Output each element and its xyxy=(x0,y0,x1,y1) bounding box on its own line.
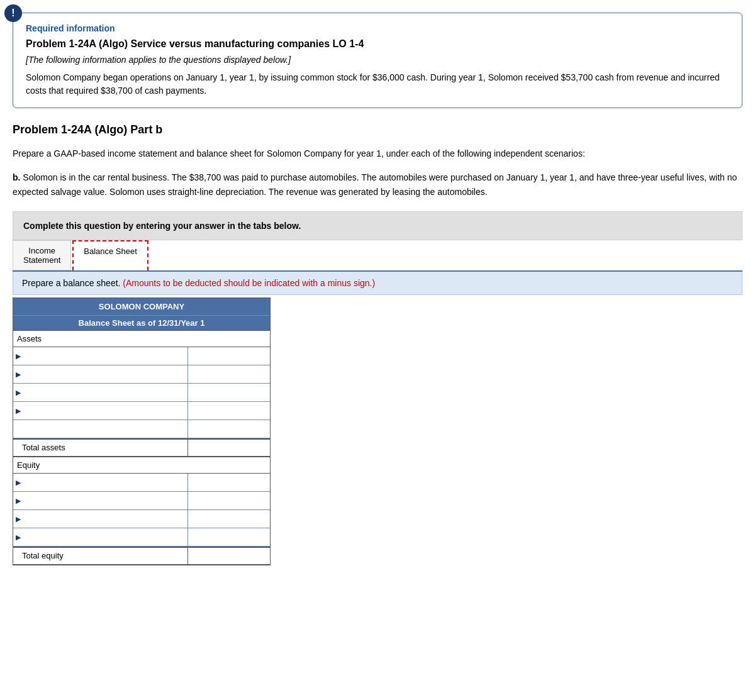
row-arrow-icon: ▶ xyxy=(16,497,21,505)
table-row: ▶ xyxy=(13,474,270,492)
total-assets-label: Total assets xyxy=(13,440,188,456)
equity-label-input-4[interactable] xyxy=(22,530,185,544)
asset-label-input-4[interactable] xyxy=(22,404,185,418)
asset-label-input-3[interactable] xyxy=(22,386,185,399)
row-arrow-icon: ▶ xyxy=(16,389,21,397)
asset-value-input-3[interactable] xyxy=(191,386,267,399)
row-arrow-icon: ▶ xyxy=(16,533,21,542)
table-row: ▶ xyxy=(13,402,270,420)
tab-income-statement[interactable]: IncomeStatement xyxy=(13,240,71,270)
alert-container: ! Required information Problem 1-24A (Al… xyxy=(13,13,742,108)
row-arrow-icon: ▶ xyxy=(16,352,21,360)
asset-label-input-1[interactable] xyxy=(22,349,185,363)
equity-value-input-4[interactable] xyxy=(191,530,267,544)
scenario-b-label: b. xyxy=(13,172,20,182)
asset-value-input-2[interactable] xyxy=(191,367,267,381)
balance-sheet-table: SOLOMON COMPANY Balance Sheet as of 12/3… xyxy=(13,297,271,565)
table-row: ▶ xyxy=(13,528,270,547)
problem-instructions: Prepare a GAAP-based income statement an… xyxy=(13,147,742,160)
table-row: ▶ xyxy=(13,384,270,402)
problem-subtitle-italic: [The following information applies to th… xyxy=(26,55,729,65)
equity-value-input-1[interactable] xyxy=(191,475,267,489)
total-assets-row: Total assets xyxy=(13,438,270,457)
complete-question-box: Complete this question by entering your … xyxy=(13,211,742,240)
instruction-bar: Prepare a balance sheet. (Amounts to be … xyxy=(13,272,742,295)
tabs-row: IncomeStatement Balance Sheet xyxy=(13,240,742,272)
equity-label-input-3[interactable] xyxy=(22,512,185,526)
asset-value-input-5[interactable] xyxy=(191,422,267,436)
table-row: ▶ xyxy=(13,492,270,510)
problem-part-title: Problem 1-24A (Algo) Part b xyxy=(13,123,742,136)
total-assets-input[interactable] xyxy=(191,441,267,455)
table-row: ▶ xyxy=(13,365,270,384)
table-row xyxy=(13,420,270,438)
scenario-b-text: b. Solomon is in the car rental business… xyxy=(13,170,742,199)
asset-value-input-1[interactable] xyxy=(191,349,267,363)
tab-balance-sheet[interactable]: Balance Sheet xyxy=(72,240,148,270)
row-arrow-icon: ▶ xyxy=(16,407,21,415)
total-equity-label: Total equity xyxy=(13,548,188,564)
bs-subtitle: Balance Sheet as of 12/31/Year 1 xyxy=(13,315,270,330)
alert-icon: ! xyxy=(4,4,22,22)
problem-title-main: Problem 1-24A (Algo) Service versus manu… xyxy=(26,38,729,50)
asset-value-input-4[interactable] xyxy=(191,404,267,418)
equity-value-input-2[interactable] xyxy=(191,494,267,508)
asset-label-input-5[interactable] xyxy=(25,422,185,436)
instruction-static: Prepare a balance sheet. xyxy=(22,278,120,288)
row-arrow-icon: ▶ xyxy=(16,515,21,523)
total-equity-input[interactable] xyxy=(191,549,267,563)
table-row: ▶ xyxy=(13,347,270,365)
required-info-label: Required information xyxy=(26,23,729,33)
equity-value-input-3[interactable] xyxy=(191,512,267,526)
asset-label-input-2[interactable] xyxy=(22,367,185,381)
bs-equity-label: Equity xyxy=(13,457,270,474)
equity-label-input-2[interactable] xyxy=(22,494,185,508)
table-row: ▶ xyxy=(13,510,270,528)
total-equity-row: Total equity xyxy=(13,547,270,565)
instruction-red: (Amounts to be deducted should be indica… xyxy=(123,278,375,288)
scenario-b-content: Solomon is in the car rental business. T… xyxy=(13,172,737,196)
row-arrow-icon: ▶ xyxy=(16,370,21,379)
equity-label-input-1[interactable] xyxy=(22,475,185,489)
bs-assets-label: Assets xyxy=(13,330,270,347)
bs-company-name: SOLOMON COMPANY xyxy=(13,298,270,315)
row-arrow-icon: ▶ xyxy=(16,479,21,487)
problem-body-text: Solomon Company began operations on Janu… xyxy=(26,71,729,97)
